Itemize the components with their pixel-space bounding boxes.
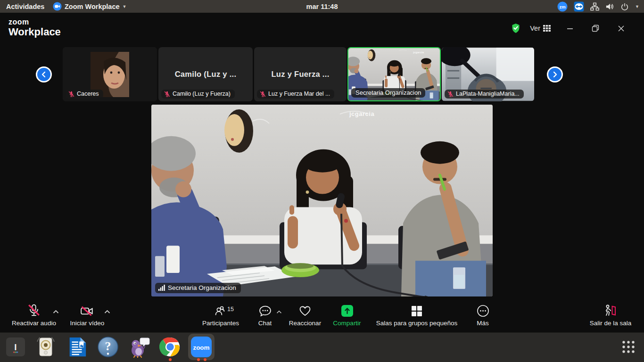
power-icon [620,2,629,11]
chrome-icon [159,336,181,358]
input-i-icon: I [5,337,26,357]
activities-label: Actividades [6,3,44,10]
participant-tile-secretaria-active[interactable]: jcgarcia Secretaria Organizacion [347,47,441,101]
more-label: Más [477,320,489,327]
activities-button[interactable]: Actividades [6,0,44,13]
pidgin-icon [128,336,150,358]
chat-label: Chat [258,320,272,327]
participant-name: LaPlata-ManigliaMaria... [456,90,520,97]
main-video: jcgarcia Secretaria Organizacion [151,105,493,296]
filmstrip-prev-button[interactable] [36,66,52,82]
zoom-workplace-logo: zoom Workplace [8,18,61,37]
participants-label: Participantes [202,320,239,327]
mic-muted-icon [260,91,266,97]
brand-workplace: Workplace [8,27,61,37]
more-icon [477,304,489,317]
view-label: Ver [530,25,540,32]
react-label: Reaccionar [289,320,321,327]
svg-text:zm: zm [559,4,565,9]
chrome-running-dot [169,358,172,361]
close-button[interactable] [614,22,628,35]
video-options-button[interactable] [104,307,110,316]
teamviewer-tray-icon[interactable] [574,1,584,12]
leave-meeting-button[interactable]: Salir de la sala [573,304,644,327]
heart-icon [298,305,312,317]
view-grid-icon [543,25,551,32]
chevron-right-icon [552,71,558,78]
participant-tile-laplata[interactable]: LaPlata-ManigliaMaria... [442,47,534,101]
clock-menu[interactable]: mar 11:48 [306,0,338,13]
window-controls: Ver [511,22,628,35]
volume-icon [605,2,614,11]
participants-count: 15 [227,306,234,313]
app-grid-icon [620,339,636,355]
active-speaker-pill: Secretaria Organizacion [155,283,241,293]
share-screen-icon [341,304,354,317]
participants-icon [214,305,227,317]
zoom-running-dot [197,358,200,361]
participant-display-name: Luz y Fuerza ... [254,69,347,78]
participant-name-pill: Camilo (Luz y Fuerza) [161,90,235,99]
main-video-scene [151,105,493,296]
app-indicator-label: Zoom Workplace [65,3,120,10]
share-label: Compartir [333,320,361,327]
system-tray[interactable]: zm [557,0,639,13]
chat-icon [259,305,272,317]
dock-item-help[interactable]: ? [96,335,120,359]
share-button[interactable]: Compartir [319,304,375,327]
speaker-icon [35,336,57,358]
dock-item-pidgin[interactable] [127,335,151,359]
participant-name: Caceres [77,90,99,97]
system-top-bar: Actividades Zoom Workplace ▼ mar 11:48 z… [0,0,644,13]
svg-text:I: I [14,342,17,352]
participant-name: Luz y Fuerza Mar del ... [268,90,330,97]
chevron-down-icon: ▼ [123,4,127,9]
mic-muted-icon [164,91,170,97]
dock-item-zoom[interactable]: zoom [190,335,213,359]
restore-button[interactable] [588,22,603,35]
minimize-button[interactable] [563,22,577,35]
svg-text:zoom: zoom [193,344,209,351]
participant-tile-camilo[interactable]: Camilo (Luz y ... Camilo (Luz y Fuerza) [158,47,253,101]
participant-name: Secretaria Organizacion [355,89,421,96]
chevron-down-icon: ▼ [635,4,639,9]
leave-room-icon [603,304,618,317]
dock-item-input-switcher[interactable]: I [4,335,27,359]
clock-label: mar 11:48 [306,3,338,10]
network-icon [590,2,599,11]
active-speaker-name: Secretaria Organizacion [168,284,236,291]
chevron-left-icon [41,71,47,78]
participant-tile-luzyfuerza[interactable]: Luz y Fuerza ... Luz y Fuerza Mar del ..… [254,47,347,101]
participant-name-pill: Caceres [66,90,103,99]
participant-tile-caceres[interactable]: Caceres [63,47,157,101]
filmstrip-next-button[interactable] [547,66,563,82]
security-shield-icon[interactable] [511,23,520,33]
video-watermark: jcgarcia [413,51,424,54]
audio-options-button[interactable] [53,307,59,316]
mic-muted-icon [447,91,454,97]
brand-zoom: zoom [8,18,61,26]
participant-name-pill: Secretaria Organizacion [351,88,425,98]
video-watermark: jcgarcia [349,110,374,117]
zoom-app-icon: zoom [190,336,213,358]
participant-name-pill: Luz y Fuerza Mar del ... [257,90,334,99]
participant-name-pill: LaPlata-ManigliaMaria... [445,90,524,99]
show-apps-button[interactable] [617,335,640,359]
mic-muted-icon [68,91,74,97]
participant-display-name: Camilo (Luz y ... [158,69,253,78]
desktop: Actividades Zoom Workplace ▼ mar 11:48 z… [0,0,644,362]
participant-name: Camilo (Luz y Fuerza) [173,90,231,97]
leave-meeting-label: Salir de la sala [590,320,632,327]
svg-text:?: ? [105,339,111,353]
dock-item-audio-app[interactable] [34,335,58,359]
dock-item-libreoffice-writer[interactable] [65,335,89,359]
view-button[interactable]: Ver [530,25,551,32]
zoom-tray-icon[interactable]: zm [557,1,568,12]
app-indicator-menu[interactable]: Zoom Workplace ▼ [53,0,126,13]
mic-muted-icon [28,304,40,317]
help-icon: ? [97,336,119,358]
dock-item-chrome[interactable] [158,335,182,359]
start-video-label: Iniciar vídeo [70,320,105,327]
camera-muted-icon [80,305,94,317]
more-button[interactable]: Más [445,304,520,327]
